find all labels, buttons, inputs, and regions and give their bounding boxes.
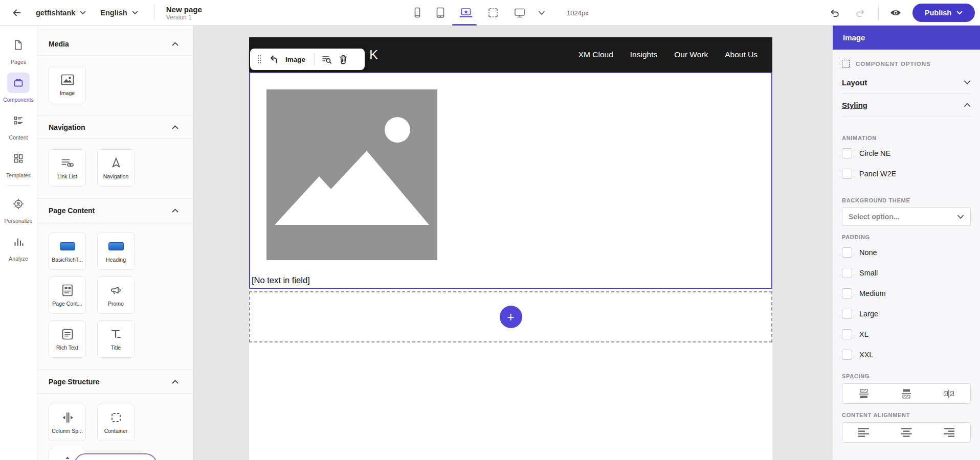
publish-button[interactable]: Publish bbox=[912, 4, 975, 22]
column-splitter-icon bbox=[61, 411, 74, 424]
checkbox[interactable] bbox=[842, 268, 852, 278]
accordion-layout[interactable]: Layout bbox=[842, 72, 971, 94]
placeholder-sun bbox=[385, 117, 410, 143]
checkbox[interactable] bbox=[842, 247, 852, 258]
animation-label: ANIMATION bbox=[842, 135, 971, 141]
content-filter-search-icon[interactable] bbox=[321, 54, 332, 65]
component-card-heading[interactable]: Heading bbox=[97, 233, 135, 270]
empty-text-field[interactable]: [No text in field] bbox=[252, 275, 310, 285]
section-header-page-content[interactable]: Page Content bbox=[37, 199, 193, 222]
checkbox[interactable] bbox=[842, 350, 852, 360]
checkbox[interactable] bbox=[842, 309, 852, 319]
page-canvas[interactable]: Image K XM Cloud Insights Our Work About… bbox=[249, 37, 772, 460]
component-card-page-content[interactable]: Page Cont... bbox=[49, 277, 86, 314]
section-header-media[interactable]: Media bbox=[37, 32, 193, 56]
checkbox[interactable] bbox=[842, 169, 852, 179]
language-switcher[interactable]: English bbox=[100, 9, 138, 17]
checkbox-row-none[interactable]: None bbox=[842, 242, 971, 263]
chevron-down-icon bbox=[956, 11, 963, 15]
padding-bottom-icon[interactable] bbox=[885, 384, 927, 403]
components-panel: Media Image Navigation Link List Navigat… bbox=[37, 26, 193, 460]
back-button[interactable] bbox=[9, 5, 25, 20]
viewport-chevron-down-icon[interactable] bbox=[538, 11, 545, 15]
accordion-styling[interactable]: Styling bbox=[842, 94, 971, 117]
device-laptop-star-button[interactable] bbox=[459, 8, 473, 18]
chevron-up-icon bbox=[172, 380, 179, 384]
site-nav-link[interactable]: About Us bbox=[725, 50, 758, 59]
checkbox-row-small[interactable]: Small bbox=[842, 263, 971, 283]
viewport-width-value: 1024px bbox=[567, 9, 589, 17]
padding-top-icon[interactable] bbox=[842, 384, 885, 403]
align-left-icon[interactable] bbox=[842, 423, 885, 442]
component-card-container[interactable]: Container bbox=[97, 404, 135, 441]
device-phone-button[interactable] bbox=[413, 7, 421, 18]
checkbox[interactable] bbox=[842, 329, 852, 339]
sidebar-item-templates[interactable]: Templates bbox=[0, 144, 37, 182]
checkbox-row-medium[interactable]: Medium bbox=[842, 283, 971, 304]
site-nav-link[interactable]: Insights bbox=[630, 50, 657, 59]
padding-label: PADDING bbox=[842, 234, 971, 240]
checkbox[interactable] bbox=[842, 288, 852, 298]
preview-eye-button[interactable] bbox=[888, 5, 903, 20]
rich-text-icon bbox=[61, 328, 74, 341]
sidebar-item-pages[interactable]: Pages bbox=[0, 31, 37, 68]
sidebar-item-personalize[interactable]: Personalize bbox=[0, 190, 37, 227]
background-theme-select[interactable]: Select option... bbox=[842, 208, 971, 226]
navigation-icon bbox=[110, 156, 122, 170]
component-card-link-list[interactable]: Link List bbox=[49, 149, 86, 187]
content-alignment-button-group bbox=[842, 422, 971, 443]
site-nav-link[interactable]: Our Work bbox=[674, 50, 708, 59]
redo-button[interactable] bbox=[853, 5, 868, 20]
arrow-left-icon bbox=[12, 8, 22, 18]
checkbox[interactable] bbox=[842, 148, 852, 158]
component-drop-zone[interactable]: + bbox=[249, 291, 772, 342]
component-options-icon bbox=[842, 60, 850, 67]
panel-pill-button[interactable] bbox=[74, 453, 157, 460]
device-tablet-button[interactable] bbox=[436, 7, 445, 18]
divider bbox=[154, 5, 155, 20]
component-card-rich-text[interactable]: Rich Text bbox=[49, 320, 86, 358]
component-card-basicrichtext[interactable]: BasicRichT... bbox=[49, 233, 86, 270]
component-card-image[interactable]: Image bbox=[49, 66, 86, 103]
content-icon bbox=[7, 110, 30, 131]
section-header-page-structure[interactable]: Page Structure bbox=[37, 370, 193, 394]
device-custom-breakpoint-button[interactable] bbox=[487, 7, 499, 19]
component-card-title[interactable]: Title bbox=[97, 320, 135, 358]
site-name: getfishtank bbox=[36, 9, 75, 17]
drag-handle-icon[interactable] bbox=[257, 54, 262, 64]
select-parent-icon[interactable] bbox=[269, 54, 279, 64]
device-desktop-button[interactable] bbox=[514, 7, 526, 18]
component-options-panel: Image COMPONENT OPTIONS Layout Styling A… bbox=[833, 26, 980, 460]
analyze-icon bbox=[7, 232, 30, 252]
promo-icon bbox=[110, 284, 122, 297]
checkbox-row-xl[interactable]: XL bbox=[842, 324, 971, 344]
component-card-navigation[interactable]: Navigation bbox=[97, 149, 135, 187]
add-component-button[interactable]: + bbox=[500, 306, 522, 328]
checkbox-row-circle-ne[interactable]: Circle NE bbox=[842, 143, 971, 164]
sidebar-item-components[interactable]: Components bbox=[0, 68, 37, 106]
component-options-header: COMPONENT OPTIONS bbox=[856, 61, 931, 67]
site-nav-link[interactable]: XM Cloud bbox=[578, 50, 613, 59]
component-card-column-splitter[interactable]: Column Sp... bbox=[49, 404, 86, 441]
sidebar-item-analyze[interactable]: Analyze bbox=[0, 227, 37, 265]
align-right-icon[interactable] bbox=[928, 423, 970, 442]
section-header-navigation[interactable]: Navigation bbox=[37, 116, 193, 139]
component-card-promo[interactable]: Promo bbox=[97, 277, 135, 314]
undo-button[interactable] bbox=[827, 5, 842, 20]
checkbox-row-panel-w2e[interactable]: Panel W2E bbox=[842, 164, 971, 184]
align-center-icon[interactable] bbox=[885, 423, 927, 442]
canvas-workspace: Image K XM Cloud Insights Our Work About… bbox=[193, 26, 833, 460]
image-placeholder[interactable] bbox=[266, 89, 437, 260]
content-alignment-label: CONTENT ALIGNMENT bbox=[842, 412, 971, 418]
image-icon bbox=[61, 73, 74, 86]
checkbox-row-large[interactable]: Large bbox=[842, 304, 971, 324]
sidebar-item-content[interactable]: Content bbox=[0, 106, 37, 144]
checkbox-row-xxl[interactable]: XXL bbox=[842, 344, 971, 365]
title-icon bbox=[110, 328, 122, 341]
site-logo[interactable]: K bbox=[369, 47, 378, 63]
padding-horizontal-icon[interactable] bbox=[928, 384, 970, 403]
delete-component-icon[interactable] bbox=[339, 54, 348, 64]
components-icon bbox=[7, 73, 30, 93]
site-switcher[interactable]: getfishtank bbox=[36, 9, 86, 17]
selected-image-component[interactable]: [No text in field] bbox=[249, 72, 772, 289]
